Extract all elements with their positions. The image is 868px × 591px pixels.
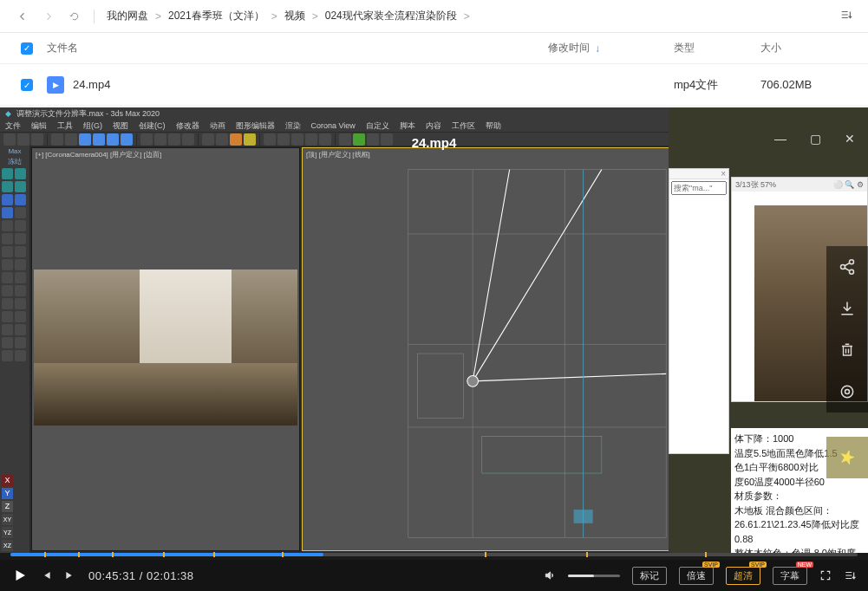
column-time[interactable]: 修改时间 ↓: [548, 41, 674, 55]
svg-point-16: [841, 386, 852, 397]
svg-rect-6: [482, 437, 602, 473]
viewport-camera[interactable]: [+] [CoronaCamera004] [用户定义] [边面]: [31, 147, 300, 551]
breadcrumb-item[interactable]: 024现代家装全流程渲染阶段: [325, 9, 457, 23]
close-icon[interactable]: ✕: [844, 132, 856, 146]
breadcrumb-item[interactable]: 2021春季班（文洋）: [168, 9, 264, 23]
delete-button[interactable]: [826, 329, 868, 371]
side-toolbar: [826, 246, 868, 478]
fullscreen-button[interactable]: [819, 569, 832, 581]
svg-line-14: [845, 263, 850, 265]
svg-point-12: [841, 265, 845, 270]
speed-button[interactable]: 倍速 SVIP: [679, 567, 714, 585]
file-explorer-window: ×: [669, 168, 729, 454]
video-file-icon: ▶: [47, 76, 64, 94]
column-type[interactable]: 类型: [674, 41, 760, 55]
breadcrumb-bar: 我的网盘> 2021春季班（文洋）> 视频> 024现代家装全流程渲染阶段>: [0, 0, 868, 33]
progress-bar[interactable]: [0, 553, 868, 560]
record-button[interactable]: [826, 371, 868, 412]
sort-arrow-icon: ↓: [595, 42, 600, 55]
pin-button[interactable]: [826, 437, 868, 478]
select-all-checkbox[interactable]: ✓: [21, 42, 33, 55]
svg-point-8: [467, 375, 479, 386]
nav-refresh-button[interactable]: [68, 10, 82, 23]
svg-rect-7: [417, 354, 463, 418]
svg-point-11: [850, 260, 854, 264]
svg-line-15: [845, 268, 850, 270]
axis-x-label: X: [2, 475, 13, 486]
3dsmax-leftbar: Max 冻结 X Y Z XY YZ XZ: [0, 146, 29, 553]
video-title: 24.mp4: [412, 135, 457, 150]
play-button[interactable]: [12, 568, 28, 583]
nav-back-button[interactable]: [16, 10, 29, 23]
file-size: 706.02MB: [760, 78, 847, 91]
nav-forward-button[interactable]: [42, 10, 55, 23]
minimize-icon[interactable]: —: [774, 132, 786, 146]
column-name[interactable]: 文件名: [47, 41, 548, 55]
breadcrumb-item[interactable]: 视频: [284, 9, 305, 23]
sort-button[interactable]: [840, 9, 852, 23]
svg-point-13: [850, 270, 854, 274]
next-button[interactable]: [64, 569, 76, 581]
column-size[interactable]: 大小: [760, 41, 847, 55]
file-type: mp4文件: [674, 77, 760, 93]
subtitle-button[interactable]: 字幕 NEW: [773, 567, 807, 585]
svg-rect-10: [574, 510, 592, 523]
table-row[interactable]: ✓ ▶ 24.mp4 mp4文件 706.02MB: [0, 64, 868, 106]
svg-point-17: [845, 390, 850, 394]
mark-button[interactable]: 标记: [632, 567, 667, 585]
table-header: ✓ 文件名 修改时间 ↓ 类型 大小: [0, 33, 868, 64]
prev-button[interactable]: [40, 569, 52, 581]
video-controls: 00:45:31 / 02:01:38 标记 倍速 SVIP 超清 SVIP 字…: [0, 560, 868, 591]
file-name: 24.mp4: [73, 78, 110, 91]
quality-button[interactable]: 超清 SVIP: [726, 567, 760, 585]
time-display: 00:45:31 / 02:01:38: [88, 569, 194, 582]
kitchen-render-preview: [34, 270, 297, 425]
row-checkbox[interactable]: ✓: [21, 79, 33, 91]
breadcrumb: 我的网盘> 2021春季班（文洋）> 视频> 024现代家装全流程渲染阶段>: [107, 9, 470, 23]
playlist-button[interactable]: [844, 569, 856, 581]
breadcrumb-item[interactable]: 我的网盘: [107, 9, 148, 23]
share-button[interactable]: [826, 246, 868, 288]
volume-button[interactable]: [544, 569, 556, 581]
axis-z-label: Z: [2, 501, 13, 512]
video-player: 24.mp4 ◆ 调整演示文件分辨率.max - 3ds Max 2020 文件…: [0, 107, 868, 591]
volume-slider[interactable]: [568, 575, 620, 577]
axis-y-label: Y: [2, 488, 13, 499]
search-input[interactable]: [671, 181, 727, 195]
download-button[interactable]: [826, 288, 868, 329]
maximize-icon[interactable]: ▢: [809, 132, 821, 146]
